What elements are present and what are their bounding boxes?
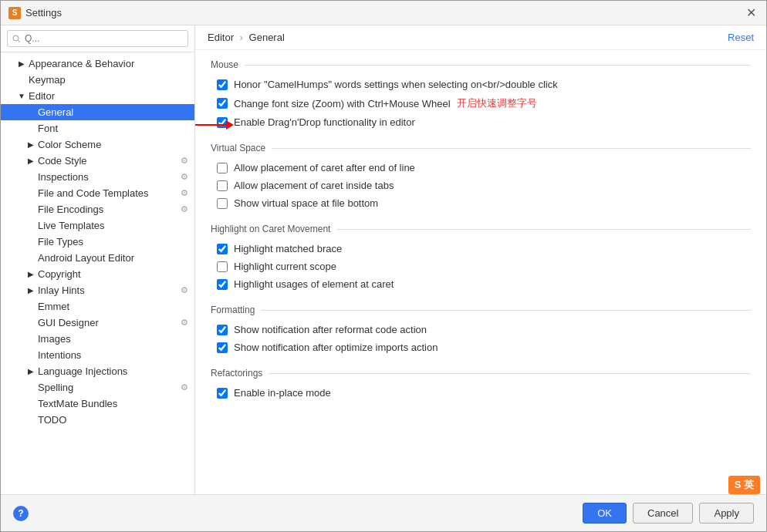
- main-content: Editor › General Reset MouseHonor "Camel…: [195, 25, 766, 494]
- apply-button[interactable]: Apply: [699, 503, 754, 524]
- settings-icon-inlay-hints: ⚙: [181, 285, 188, 295]
- setting-item-caret-after-end: Allow placement of caret after end of li…: [211, 160, 751, 176]
- sidebar-label-appearance: Appearance & Behavior: [29, 58, 188, 69]
- sidebar-label-font: Font: [38, 123, 188, 134]
- settings-icon-file-code-templates: ⚙: [181, 188, 188, 198]
- sidebar-label-general: General: [38, 106, 188, 118]
- cancel-button[interactable]: Cancel: [633, 503, 693, 524]
- setting-item-caret-inside-tabs: Allow placement of caret inside tabs: [211, 177, 751, 194]
- sidebar-label-gui-designer: GUI Designer: [38, 317, 177, 328]
- checkbox-virtual-space-bottom[interactable]: [217, 198, 228, 209]
- sidebar-label-inspections: Inspections: [38, 171, 177, 183]
- sidebar-item-file-encodings[interactable]: File Encodings⚙: [1, 201, 194, 217]
- sidebar-item-color-scheme[interactable]: ▶Color Scheme: [1, 136, 194, 153]
- setting-item-enable-inplace: Enable in-place mode: [211, 385, 751, 401]
- checkbox-highlight-scope[interactable]: [217, 261, 228, 272]
- label-caret-after-end: Allow placement of caret after end of li…: [234, 162, 415, 173]
- label-highlight-usages: Highlight usages of element at caret: [234, 278, 394, 290]
- sidebar-label-keymap: Keymap: [29, 74, 188, 86]
- sidebar-item-textmate-bundles[interactable]: TextMate Bundles: [1, 396, 194, 412]
- sidebar-label-emmet: Emmet: [38, 301, 188, 312]
- checkbox-camelhump[interactable]: [217, 79, 228, 90]
- checkbox-caret-inside-tabs[interactable]: [217, 180, 228, 191]
- arrow-icon-color-scheme: ▶: [25, 140, 36, 150]
- sidebar-item-file-types[interactable]: File Types: [1, 234, 194, 250]
- setting-item-virtual-space-bottom: Show virtual space at file bottom: [211, 195, 751, 211]
- sidebar-item-emmet[interactable]: Emmet: [1, 298, 194, 315]
- checkbox-notify-optimize[interactable]: [217, 342, 228, 353]
- sidebar-label-live-templates: Live Templates: [38, 220, 188, 231]
- section-highlight-caret: Highlight on Caret MovementHighlight mat…: [211, 224, 751, 292]
- checkbox-enable-inplace[interactable]: [217, 388, 228, 399]
- sidebar-item-file-code-templates[interactable]: File and Code Templates⚙: [1, 185, 194, 201]
- arrow-icon-appearance: ▶: [16, 59, 27, 69]
- sidebar-label-editor: Editor: [29, 90, 188, 102]
- checkbox-dragndrop[interactable]: [217, 117, 228, 128]
- breadcrumb-bar: Editor › General Reset: [195, 25, 766, 50]
- checkbox-font-zoom[interactable]: [217, 98, 228, 109]
- spacer-keymap: [16, 75, 27, 86]
- checkbox-caret-after-end[interactable]: [217, 163, 228, 173]
- sidebar-item-appearance[interactable]: ▶Appearance & Behavior: [1, 56, 194, 72]
- sidebar-item-font[interactable]: Font: [1, 120, 194, 136]
- breadcrumb: Editor › General: [208, 32, 285, 43]
- sidebar-item-todo[interactable]: TODO: [1, 412, 194, 428]
- section-header-virtual-space: Virtual Space: [211, 143, 751, 153]
- breadcrumb-parent: Editor: [208, 32, 234, 43]
- sidebar-item-language-injections[interactable]: ▶Language Injections: [1, 363, 194, 379]
- settings-window: S Settings ✕ ▶Appearance & BehaviorKeyma…: [0, 0, 767, 532]
- checkbox-highlight-usages[interactable]: [217, 279, 228, 290]
- sidebar-item-intentions[interactable]: Intentions: [1, 347, 194, 363]
- sidebar-item-images[interactable]: Images: [1, 331, 194, 347]
- sidebar-label-android-layout-editor: Android Layout Editor: [38, 252, 188, 264]
- sidebar-label-file-types: File Types: [38, 236, 188, 247]
- spacer-inspections: [25, 172, 36, 183]
- setting-item-notify-reformat: Show notification after reformat code ac…: [211, 322, 751, 338]
- sidebar-item-code-style[interactable]: ▶Code Style⚙: [1, 153, 194, 169]
- spacer-textmate-bundles: [25, 399, 36, 409]
- checkbox-notify-reformat[interactable]: [217, 325, 228, 335]
- sidebar-item-editor[interactable]: ▼Editor: [1, 88, 194, 104]
- sidebar-item-keymap[interactable]: Keymap: [1, 72, 194, 88]
- sidebar-item-inspections[interactable]: Inspections⚙: [1, 169, 194, 185]
- settings-icon-file-encodings: ⚙: [181, 204, 188, 214]
- search-input[interactable]: [7, 30, 188, 47]
- sidebar-item-inlay-hints[interactable]: ▶Inlay Hints⚙: [1, 282, 194, 298]
- sidebar-item-live-templates[interactable]: Live Templates: [1, 217, 194, 234]
- sidebar-label-images: Images: [38, 333, 188, 345]
- reset-link[interactable]: Reset: [728, 32, 754, 43]
- sidebar-label-todo: TODO: [38, 414, 188, 426]
- ok-button[interactable]: OK: [583, 503, 627, 524]
- sidebar-item-android-layout-editor[interactable]: Android Layout Editor: [1, 250, 194, 266]
- search-bar: [1, 25, 194, 52]
- sidebar-label-intentions: Intentions: [38, 349, 188, 361]
- spacer-file-encodings: [25, 204, 36, 215]
- sidebar-label-color-scheme: Color Scheme: [38, 139, 188, 150]
- section-header-highlight-caret: Highlight on Caret Movement: [211, 224, 751, 234]
- sidebar-item-general[interactable]: General: [1, 104, 194, 120]
- setting-item-font-zoom: Change font size (Zoom) with Ctrl+Mouse …: [211, 94, 751, 113]
- label-highlight-scope: Highlight current scope: [234, 261, 336, 272]
- section-mouse: MouseHonor "CamelHumps" words settings w…: [211, 59, 751, 130]
- sidebar-label-file-encodings: File Encodings: [38, 204, 177, 215]
- close-button[interactable]: ✕: [743, 5, 759, 21]
- sidebar-item-gui-designer[interactable]: GUI Designer⚙: [1, 315, 194, 331]
- title-bar: S Settings ✕: [1, 1, 766, 25]
- label-highlight-brace: Highlight matched brace: [234, 243, 342, 254]
- section-virtual-space: Virtual SpaceAllow placement of caret af…: [211, 143, 751, 211]
- sidebar-label-code-style: Code Style: [38, 155, 177, 167]
- sidebar-label-file-code-templates: File and Code Templates: [38, 187, 177, 199]
- label-virtual-space-bottom: Show virtual space at file bottom: [234, 197, 378, 209]
- sidebar-item-spelling[interactable]: Spelling⚙: [1, 379, 194, 396]
- arrow-icon-language-injections: ▶: [25, 366, 36, 377]
- sidebar-item-copyright[interactable]: ▶Copyright: [1, 266, 194, 282]
- sidebar-label-spelling: Spelling: [38, 382, 177, 393]
- spacer-file-code-templates: [25, 188, 36, 199]
- spacer-gui-designer: [25, 318, 36, 328]
- help-button[interactable]: ?: [13, 506, 29, 521]
- footer-right: OK Cancel Apply: [583, 503, 754, 524]
- checkbox-highlight-brace[interactable]: [217, 244, 228, 254]
- settings-icon-code-style: ⚙: [181, 156, 188, 166]
- breadcrumb-current: General: [249, 32, 285, 43]
- label-enable-inplace: Enable in-place mode: [234, 387, 331, 399]
